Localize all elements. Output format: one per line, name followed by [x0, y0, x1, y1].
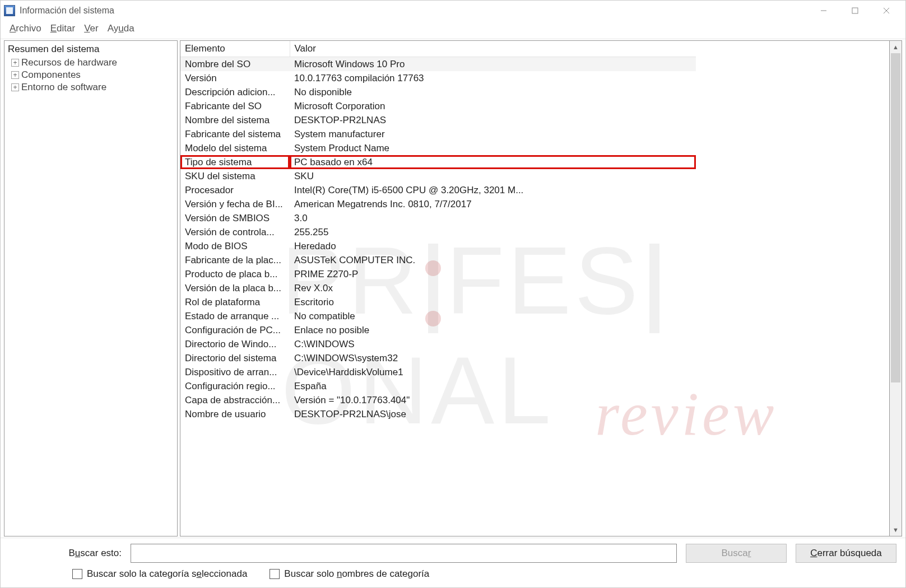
table-row[interactable]: Descripción adicion...No disponible [180, 85, 696, 99]
cell-value: American Megatrends Inc. 0810, 7/7/2017 [290, 197, 696, 211]
menu-editar[interactable]: Editar [47, 22, 78, 35]
table-row[interactable]: Configuración de PC...Enlace no posible [180, 323, 696, 337]
table-row[interactable]: Nombre de usuarioDESKTOP-PR2LNAS\jose [180, 407, 696, 421]
tree-node[interactable]: +Entorno de software [8, 81, 174, 94]
search-input[interactable] [131, 544, 677, 563]
cell-element: Rol de plataforma [180, 295, 290, 309]
cell-value: \Device\HarddiskVolume1 [290, 365, 696, 379]
tree-panel[interactable]: Resumen del sistema +Recursos de hardwar… [4, 40, 178, 536]
search-label: Buscar esto: [10, 548, 122, 559]
cell-value: DESKTOP-PR2LNAS\jose [290, 407, 696, 421]
cell-value: C:\WINDOWS [290, 337, 696, 351]
table-row[interactable]: Versión de la placa b...Rev X.0x [180, 281, 696, 295]
table-row[interactable]: Fabricante de la plac...ASUSTeK COMPUTER… [180, 253, 696, 267]
tree-node-label: Componentes [21, 69, 81, 81]
cell-element: Nombre del SO [180, 57, 290, 72]
tree-node[interactable]: +Recursos de hardware [8, 57, 174, 69]
checkbox-icon [270, 569, 280, 579]
cell-value: System Product Name [290, 141, 696, 155]
expand-icon[interactable]: + [11, 59, 19, 67]
svg-rect-1 [852, 8, 858, 13]
close-search-button[interactable]: Cerrar búsqueda [796, 544, 896, 563]
table-row[interactable]: Directorio del sistemaC:\WINDOWS\system3… [180, 351, 696, 365]
checkbox-icon [72, 569, 82, 579]
cell-value: Heredado [290, 239, 696, 253]
app-icon [4, 5, 15, 16]
table-row[interactable]: Versión de controla...255.255 [180, 225, 696, 239]
menu-bar: Archivo Editar Ver Ayuda [1, 21, 905, 39]
cell-element: Procesador [180, 183, 290, 197]
table-row[interactable]: Tipo de sistemaPC basado en x64 [180, 155, 696, 169]
cell-value: No compatible [290, 309, 696, 323]
cell-value: 3.0 [290, 211, 696, 225]
cell-value: Escritorio [290, 295, 696, 309]
cell-value: ASUSTeK COMPUTER INC. [290, 253, 696, 267]
checkbox-category-names[interactable]: Buscar solo nombres de categoría [270, 568, 429, 580]
table-row[interactable]: Modelo del sistemaSystem Product Name [180, 141, 696, 155]
cell-value: No disponible [290, 85, 696, 99]
expand-icon[interactable]: + [11, 83, 19, 91]
tree-node-label: Entorno de software [21, 82, 106, 93]
table-row[interactable]: Configuración regio...España [180, 379, 696, 393]
table-row[interactable]: Dispositivo de arran...\Device\HarddiskV… [180, 365, 696, 379]
column-header-element[interactable]: Elemento [180, 41, 290, 57]
search-bar: Buscar esto: Buscar Cerrar búsqueda Busc… [1, 538, 905, 587]
search-button[interactable]: Buscar [686, 544, 787, 563]
cell-element: Directorio del sistema [180, 351, 290, 365]
scroll-down-icon[interactable]: ▼ [890, 524, 902, 536]
cell-element: Estado de arranque ... [180, 309, 290, 323]
table-row[interactable]: Producto de placa b...PRIME Z270-P [180, 267, 696, 281]
close-button[interactable] [871, 1, 902, 21]
cell-element: SKU del sistema [180, 169, 290, 183]
table-row[interactable]: Modo de BIOSHeredado [180, 239, 696, 253]
cell-element: Producto de placa b... [180, 267, 290, 281]
cell-value: C:\WINDOWS\system32 [290, 351, 696, 365]
table-row[interactable]: SKU del sistemaSKU [180, 169, 696, 183]
cell-element: Modo de BIOS [180, 239, 290, 253]
table-row[interactable]: Nombre del SOMicrosoft Windows 10 Pro [180, 57, 696, 72]
table-row[interactable]: Estado de arranque ...No compatible [180, 309, 696, 323]
cell-element: Fabricante de la plac... [180, 253, 290, 267]
cell-element: Configuración regio... [180, 379, 290, 393]
cell-element: Versión de SMBIOS [180, 211, 290, 225]
table-row[interactable]: Fabricante del sistemaSystem manufacture… [180, 127, 696, 141]
table-row[interactable]: Versión y fecha de BI...American Megatre… [180, 197, 696, 211]
menu-ver[interactable]: Ver [81, 22, 102, 35]
maximize-button[interactable] [839, 1, 871, 21]
cell-value: Microsoft Windows 10 Pro [290, 57, 696, 72]
menu-archivo[interactable]: Archivo [6, 22, 45, 35]
checkbox-selected-category[interactable]: Buscar solo la categoría seleccionada [72, 568, 247, 580]
cell-value: Rev X.0x [290, 281, 696, 295]
scroll-up-icon[interactable]: ▲ [890, 41, 902, 53]
cell-value: España [290, 379, 696, 393]
cell-element: Fabricante del SO [180, 99, 290, 113]
cell-element: Versión de la placa b... [180, 281, 290, 295]
cell-element: Tipo de sistema [180, 155, 290, 169]
minimize-button[interactable] [808, 1, 839, 21]
column-header-value[interactable]: Valor [290, 41, 696, 57]
cell-value: System manufacturer [290, 127, 696, 141]
cell-value: 10.0.17763 compilación 17763 [290, 71, 696, 85]
cell-element: Versión de controla... [180, 225, 290, 239]
cell-element: Dispositivo de arran... [180, 365, 290, 379]
cell-element: Directorio de Windo... [180, 337, 290, 351]
tree-node-label: Recursos de hardware [21, 57, 117, 68]
expand-icon[interactable]: + [11, 71, 19, 79]
cell-value: Enlace no posible [290, 323, 696, 337]
table-row[interactable]: Nombre del sistemaDESKTOP-PR2LNAS [180, 113, 696, 127]
menu-ayuda[interactable]: Ayuda [104, 22, 138, 35]
details-panel[interactable]: Elemento Valor Nombre del SOMicrosoft Wi… [180, 40, 890, 536]
table-row[interactable]: Versión10.0.17763 compilación 17763 [180, 71, 696, 85]
tree-root[interactable]: Resumen del sistema [8, 43, 174, 57]
table-row[interactable]: Capa de abstracción...Versión = "10.0.17… [180, 393, 696, 407]
cell-value: PC basado en x64 [290, 155, 696, 169]
table-row[interactable]: ProcesadorIntel(R) Core(TM) i5-6500 CPU … [180, 183, 696, 197]
table-row[interactable]: Rol de plataformaEscritorio [180, 295, 696, 309]
tree-node[interactable]: +Componentes [8, 69, 174, 81]
table-row[interactable]: Fabricante del SOMicrosoft Corporation [180, 99, 696, 113]
table-row[interactable]: Directorio de Windo...C:\WINDOWS [180, 337, 696, 351]
table-row[interactable]: Versión de SMBIOS3.0 [180, 211, 696, 225]
vertical-scrollbar[interactable]: ▲ ▼ [890, 40, 902, 536]
cell-element: Capa de abstracción... [180, 393, 290, 407]
scrollbar-thumb[interactable] [891, 53, 900, 382]
